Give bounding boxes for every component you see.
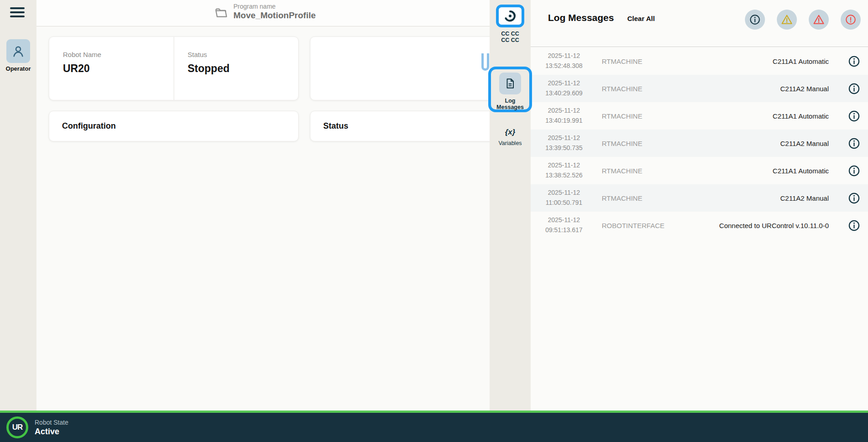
log-messages-panel: Log Messages Clear All: [531, 0, 868, 413]
log-row[interactable]: 2025-11-12 13:40:19.991 RTMACHINE C211A1…: [531, 102, 868, 130]
sidebar-item-operator[interactable]: Operator: [0, 39, 36, 72]
rail-item-cc-app[interactable]: CC CC CC CC: [490, 5, 531, 44]
folder-open-icon: [214, 6, 228, 20]
person-icon: [11, 44, 25, 58]
info-circle-icon: [848, 137, 860, 150]
alert-circle-icon: [845, 14, 857, 26]
rail-item-variables[interactable]: {x} Variables: [490, 128, 531, 146]
info-circle-icon: [848, 55, 860, 68]
ur-logo[interactable]: UR: [6, 416, 28, 438]
operator-label: Operator: [0, 65, 36, 72]
alert-filter-button[interactable]: [841, 10, 861, 30]
robot-name-section: Robot Name UR20: [49, 37, 174, 100]
info-filter-button[interactable]: [745, 10, 765, 30]
info-circle-icon: [848, 192, 860, 204]
robot-overview-card: Robot Name UR20 Status Stopped: [49, 36, 299, 100]
program-name-label: Program name: [233, 3, 316, 10]
log-filter-buttons: [745, 10, 861, 30]
log-message: C211A1 Automatic: [689, 57, 840, 65]
bottom-status-bar: UR Robot State Active: [0, 411, 868, 442]
cc-app-active-frame: [496, 5, 524, 27]
log-row-info-button[interactable]: [840, 192, 868, 204]
log-row-info-button[interactable]: [840, 110, 868, 122]
log-source: RTMACHINE: [594, 194, 689, 202]
log-message: C211A2 Manual: [689, 85, 840, 93]
log-row-info-button[interactable]: [840, 219, 868, 232]
log-source: RTMACHINE: [594, 112, 689, 120]
status-card-title: Status: [323, 121, 348, 131]
log-row-info-button[interactable]: [840, 55, 868, 68]
info-circle-icon: [848, 165, 860, 177]
log-timestamp: 2025-11-12 11:00:50.791: [534, 188, 594, 208]
log-timestamp: 2025-11-12 09:51:13.617: [534, 215, 594, 235]
log-timestamp: 2025-11-12 13:40:19.991: [534, 106, 594, 125]
log-source: RTMACHINE: [594, 85, 689, 93]
log-row[interactable]: 2025-11-12 13:52:48.308 RTMACHINE C211A1…: [531, 47, 868, 75]
log-row[interactable]: 2025-11-12 13:40:29.609 RTMACHINE C211A2…: [531, 75, 868, 102]
variables-icon: {x}: [490, 128, 531, 137]
info-circle-icon: [848, 219, 860, 232]
empty-card: [310, 36, 499, 100]
left-sidebar: Operator: [0, 0, 36, 413]
log-message: C211A2 Manual: [689, 140, 840, 147]
info-circle-icon: [848, 110, 860, 122]
program-name-value: Move_MotionProfile: [233, 10, 316, 21]
log-row-info-button[interactable]: [840, 165, 868, 177]
main-header: Program name Move_MotionProfile: [36, 0, 490, 26]
document-icon: [504, 78, 516, 89]
info-circle-icon: [848, 83, 860, 95]
log-row[interactable]: 2025-11-12 13:39:50.735 RTMACHINE C211A2…: [531, 130, 868, 157]
log-timestamp: 2025-11-12 13:39:50.735: [534, 133, 594, 153]
cc-app-label: CC CC CC CC: [490, 31, 531, 44]
log-messages-rail-label: Log Messages: [491, 98, 529, 111]
swirl-icon: [504, 10, 517, 22]
log-source: ROBOTINTERFACE: [594, 222, 689, 229]
warning-triangle-icon: [780, 13, 793, 26]
log-panel-title: Log Messages: [548, 12, 614, 23]
program-info[interactable]: Program name Move_MotionProfile: [214, 3, 316, 21]
status-card[interactable]: Status: [310, 111, 499, 141]
log-messages-icon-tile: [499, 73, 521, 94]
configuration-card[interactable]: Configuration: [49, 111, 299, 141]
log-panel-header: Log Messages Clear All: [531, 0, 868, 47]
log-row[interactable]: 2025-11-12 13:38:52.526 RTMACHINE C211A1…: [531, 157, 868, 184]
log-row[interactable]: 2025-11-12 11:00:50.791 RTMACHINE C211A2…: [531, 184, 868, 212]
robot-state-value: Active: [35, 427, 68, 437]
variables-label: Variables: [490, 140, 531, 146]
rail-item-log-messages[interactable]: Log Messages: [488, 67, 532, 112]
tool-rail: CC CC CC CC Log Messages {x} Variables: [490, 0, 531, 413]
status-value: Stopped: [188, 62, 299, 75]
error-filter-button[interactable]: [809, 10, 829, 30]
log-source: RTMACHINE: [594, 57, 689, 65]
status-label: Status: [188, 51, 299, 58]
log-message: C211A1 Automatic: [689, 167, 840, 175]
log-timestamp: 2025-11-12 13:52:48.308: [534, 51, 594, 71]
robot-name-label: Robot Name: [63, 51, 174, 58]
robot-status-section: Status Stopped: [174, 37, 299, 100]
log-message: C211A1 Automatic: [689, 112, 840, 120]
log-row-info-button[interactable]: [840, 137, 868, 150]
operator-avatar: [6, 39, 30, 63]
log-timestamp: 2025-11-12 13:40:29.609: [534, 78, 594, 98]
log-row-info-button[interactable]: [840, 83, 868, 95]
log-message-list: 2025-11-12 13:52:48.308 RTMACHINE C211A1…: [531, 47, 868, 239]
robot-name-value: UR20: [63, 62, 174, 75]
configuration-title: Configuration: [62, 121, 116, 131]
warning-filter-button[interactable]: [777, 10, 797, 30]
info-circle-icon: [749, 14, 761, 26]
log-message: C211A2 Manual: [689, 194, 840, 202]
robot-state-label: Robot State: [35, 419, 68, 426]
log-row[interactable]: 2025-11-12 09:51:13.617 ROBOTINTERFACE C…: [531, 212, 868, 239]
error-triangle-icon: [812, 13, 825, 26]
clear-all-button[interactable]: Clear All: [627, 15, 655, 22]
partially-hidden-u-icon: [481, 53, 489, 71]
log-message: Connected to URControl v.10.11.0-0: [689, 222, 840, 229]
robot-state-section: UR Robot State Active: [6, 416, 68, 438]
hamburger-menu-icon[interactable]: [10, 7, 25, 19]
log-timestamp: 2025-11-12 13:38:52.526: [534, 161, 594, 180]
log-source: RTMACHINE: [594, 167, 689, 175]
log-source: RTMACHINE: [594, 140, 689, 147]
